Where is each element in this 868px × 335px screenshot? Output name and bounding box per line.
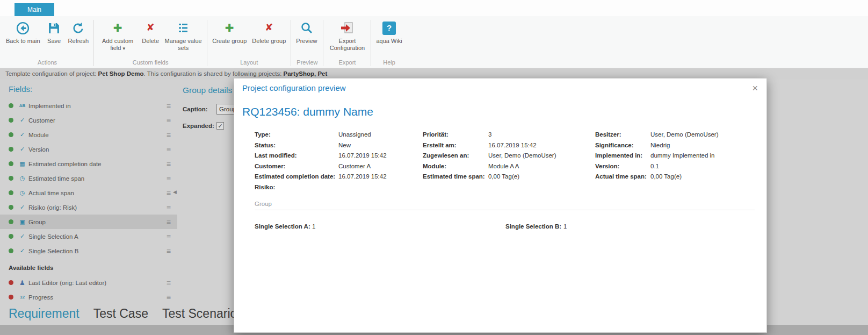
drag-handle-icon[interactable]: ≡	[164, 160, 173, 168]
info-text: Template configuration of project:	[5, 70, 98, 77]
ribbon-group-label-export: Export	[324, 59, 370, 68]
button-label: Export Configuration	[328, 38, 366, 52]
drag-handle-icon[interactable]: ≡	[164, 232, 173, 241]
field-row-estimated-time-span[interactable]: ◷ Estimated time span ≡	[0, 171, 177, 186]
ribbon-group-label-preview: Preview	[292, 59, 322, 68]
status-dot	[9, 248, 13, 253]
drag-handle-icon[interactable]: ≡	[164, 203, 173, 212]
ribbon-group-label-actions: Actions	[2, 59, 92, 68]
panel-collapse-icon[interactable]: ◀	[173, 189, 177, 195]
status-dot	[9, 132, 13, 137]
check-icon: ✓	[18, 233, 27, 239]
ribbon-group-actions: Back to main Save Refresh Actions	[2, 17, 92, 68]
drag-handle-icon[interactable]: ≡	[164, 131, 173, 139]
field-row-single-selection-a[interactable]: ✓ Single Selection A ≡	[0, 229, 177, 244]
modal-field-zugewiesen-an: Zugewiesen an:User, Demo (DemoUser)	[423, 151, 595, 161]
delete-group-button[interactable]: ✘ Delete group	[249, 18, 288, 45]
back-to-main-button[interactable]: Back to main	[3, 18, 43, 45]
modal-group-section-title: Group	[255, 201, 756, 207]
button-label: aqua Wiki	[376, 38, 402, 45]
save-button[interactable]: Save	[43, 18, 66, 45]
modal-field-significance: Significance:Niedrig	[595, 140, 756, 151]
drag-handle-icon[interactable]: ≡	[164, 279, 173, 287]
drag-handle-icon[interactable]: ≡	[164, 293, 173, 302]
delete-custom-field-button[interactable]: ✘ Delete	[139, 18, 162, 45]
tab-test-scenario[interactable]: Test Scenario	[162, 307, 237, 321]
bottom-tabs: Requirement Test Case Test Scenario	[0, 302, 237, 325]
preview-button[interactable]: Preview	[293, 18, 320, 45]
modal-field-version: Version:0.1	[595, 161, 756, 172]
field-row-version[interactable]: ✓ Version ≡	[0, 142, 177, 156]
modal-field-empty	[423, 182, 595, 193]
button-label: Add custom field ▾	[99, 38, 136, 52]
preview-icon	[300, 20, 313, 36]
drag-handle-icon[interactable]: ≡	[164, 102, 173, 110]
field-row-last-editor[interactable]: ♟ Last Editor (orig: Last editor) ≡	[0, 275, 177, 290]
modal-field-actual-time-span: Actual time span:0,00 Tag(e)	[595, 172, 756, 182]
user-icon: ♟	[18, 280, 27, 286]
modal-field-grid: Type:Unassigned Priorität:3 Besitzer:Use…	[255, 130, 756, 193]
tab-test-case[interactable]: Test Case	[93, 307, 148, 321]
expanded-checkbox[interactable]: ✓	[216, 122, 224, 130]
field-row-implemented-in[interactable]: AB Implemented in ≡	[0, 98, 177, 113]
number-field-icon: 12	[18, 295, 27, 300]
dropdown-caret-icon: ▾	[122, 46, 125, 51]
field-row-customer[interactable]: ✓ Customer ≡	[0, 113, 177, 127]
create-group-button[interactable]: ✚ Create group	[209, 18, 249, 45]
modal-field-customer: Customer:Customer A	[255, 161, 423, 172]
drag-handle-icon[interactable]: ≡	[164, 174, 173, 183]
section-divider	[255, 210, 755, 210]
check-icon: ✓	[18, 132, 27, 138]
close-icon[interactable]: ×	[751, 83, 759, 93]
refresh-button[interactable]: Refresh	[66, 18, 92, 45]
caption-label: Caption:	[183, 106, 216, 112]
check-icon: ✓	[18, 204, 27, 210]
drag-handle-icon[interactable]: ≡	[164, 218, 173, 226]
field-row-estimated-completion-date[interactable]: ▦ Estimated completion date ≡	[0, 156, 177, 171]
export-configuration-button[interactable]: Export Configuration	[326, 18, 368, 52]
shared-projects: PartyShop, Pet	[284, 70, 328, 77]
back-icon	[16, 20, 30, 36]
button-label: Delete group	[252, 38, 286, 45]
modal-field-type: Type:Unassigned	[255, 130, 423, 140]
status-dot	[9, 161, 13, 166]
button-label: Save	[47, 38, 61, 45]
drag-handle-icon[interactable]: ≡	[164, 145, 173, 154]
modal-field-erstellt-am: Erstellt am:16.07.2019 15:42	[423, 140, 595, 151]
add-custom-field-button[interactable]: ✚ Add custom field ▾	[96, 18, 139, 52]
modal-field-module: Module:Module A A	[423, 161, 595, 172]
modal-field-last-modified: Last modified:16.07.2019 15:42	[255, 151, 423, 161]
ribbon-separator	[323, 20, 323, 66]
field-row-module[interactable]: ✓ Module ≡	[0, 127, 177, 142]
field-row-actual-time-span[interactable]: ◷ Actual time span ≡	[0, 186, 177, 200]
modal-field-single-selection-b: Single Selection B: 1	[505, 222, 567, 231]
button-label: Create group	[212, 38, 247, 45]
time-span-icon: ◷	[18, 190, 27, 196]
field-row-group[interactable]: ▣ Group ≡	[0, 215, 177, 229]
check-icon: ✓	[18, 248, 27, 254]
value-sets-icon	[177, 20, 189, 36]
tab-requirement[interactable]: Requirement	[9, 307, 79, 321]
drag-handle-icon[interactable]: ≡	[164, 189, 173, 197]
ribbon-group-label-custom-fields: Custom fields	[95, 59, 206, 68]
check-icon: ✓	[18, 117, 27, 123]
ribbon-tab-main[interactable]: Main	[15, 3, 54, 16]
manage-value-sets-button[interactable]: Manage value sets	[162, 18, 205, 52]
status-dot	[9, 280, 13, 285]
status-dot	[9, 205, 13, 210]
button-label: Preview	[296, 38, 317, 45]
drag-handle-icon[interactable]: ≡	[164, 247, 173, 255]
drag-handle-icon[interactable]: ≡	[164, 116, 173, 125]
add-icon: ✚	[113, 20, 122, 36]
refresh-icon	[71, 20, 85, 36]
aqua-wiki-button[interactable]: ? aqua Wiki	[373, 18, 404, 45]
field-row-risiko[interactable]: ✓ Risiko (orig: Risk) ≡	[0, 200, 177, 215]
modal-field-empty	[595, 182, 756, 193]
field-row-single-selection-b[interactable]: ✓ Single Selection B ≡	[0, 244, 177, 258]
save-icon	[48, 20, 60, 36]
button-label: Back to main	[6, 38, 40, 45]
ribbon-body: Back to main Save Refresh Actions	[0, 16, 868, 68]
ribbon-group-custom-fields: ✚ Add custom field ▾ ✘ Delete Manage val…	[95, 17, 206, 68]
status-dot	[9, 190, 13, 195]
add-icon: ✚	[225, 20, 234, 36]
